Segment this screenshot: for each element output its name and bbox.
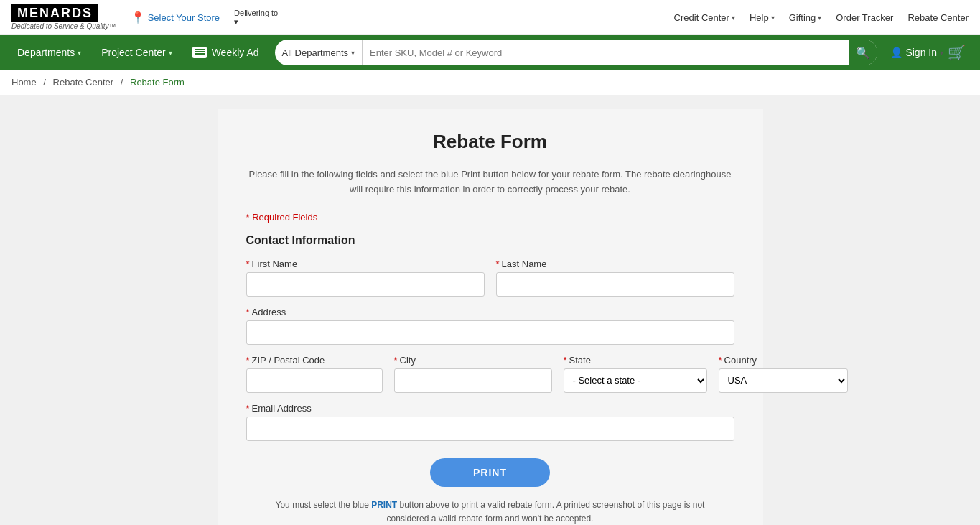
email-label: *Email Address xyxy=(246,403,734,414)
country-field: *Country USA xyxy=(719,355,848,393)
rebate-form-container: Rebate Form Please fill in the following… xyxy=(218,109,763,525)
state-field: *State - Select a state - xyxy=(564,355,707,393)
required-asterisk: * xyxy=(719,355,722,366)
weekly-ad-icon xyxy=(192,47,207,58)
pin-icon: 📍 xyxy=(131,11,145,24)
section-title: Contact Information xyxy=(246,234,734,247)
state-select[interactable]: - Select a state - xyxy=(564,368,707,393)
zip-input[interactable] xyxy=(246,368,383,393)
top-bar-right: Credit Center ▾ Help ▾ Gifting ▾ Order T… xyxy=(674,12,969,23)
form-description: Please fill in the following fields and … xyxy=(246,167,734,198)
last-name-field: *Last Name xyxy=(496,259,734,297)
nav-right: 👤 Sign In ▾ 🛒 xyxy=(883,44,973,61)
rebate-center-link[interactable]: Rebate Center xyxy=(907,12,969,23)
required-note: * Required Fields xyxy=(246,212,734,223)
project-center-label: Project Center xyxy=(101,47,165,58)
city-label: *City xyxy=(394,355,552,366)
required-asterisk: * xyxy=(394,355,398,366)
address-label: *Address xyxy=(246,307,734,317)
weekly-ad-nav[interactable]: Weekly Ad xyxy=(182,35,269,70)
state-label: *State xyxy=(564,355,707,366)
name-row: *First Name *Last Name xyxy=(246,259,734,297)
store-selector-label: Select Your Store xyxy=(148,12,220,23)
form-title: Rebate Form xyxy=(246,131,734,153)
required-asterisk: * xyxy=(564,355,567,366)
chevron-icon: ▾ xyxy=(351,49,355,57)
city-field: *City xyxy=(394,355,552,393)
search-icon: 🔍 xyxy=(856,46,870,60)
top-bar-left: MENARDS Dedicated to Service & Quality™ … xyxy=(11,4,278,30)
last-name-input[interactable] xyxy=(496,272,734,297)
breadcrumb-sep: / xyxy=(43,77,46,88)
cart-icon[interactable]: 🛒 xyxy=(948,44,966,61)
departments-nav[interactable]: Departments ▾ xyxy=(7,35,91,70)
address-input[interactable] xyxy=(246,320,734,345)
breadcrumb-current: Rebate Form xyxy=(130,77,185,88)
email-input[interactable] xyxy=(246,417,734,441)
print-note-text-1: You must select the blue PRINT button ab… xyxy=(276,500,705,524)
print-button[interactable]: PRINT xyxy=(430,458,550,487)
store-selector[interactable]: 📍 Select Your Store xyxy=(131,11,220,24)
logo-subtitle: Dedicated to Service & Quality™ xyxy=(11,22,116,30)
first-name-field: *First Name xyxy=(246,259,485,297)
chevron-icon: ▾ xyxy=(78,49,81,57)
gifting-link[interactable]: Gifting ▾ xyxy=(789,12,822,23)
zip-label: *ZIP / Postal Code xyxy=(246,355,383,366)
chevron-icon: ▾ xyxy=(732,14,735,22)
order-tracker-link[interactable]: Order Tracker xyxy=(836,12,893,23)
weekly-ad-label: Weekly Ad xyxy=(212,47,259,58)
required-asterisk: * xyxy=(496,259,500,269)
chevron-icon: ▾ xyxy=(818,14,821,22)
required-asterisk: * xyxy=(246,355,250,366)
help-link[interactable]: Help ▾ xyxy=(750,12,775,23)
breadcrumb-home[interactable]: Home xyxy=(11,77,37,88)
last-name-label: *Last Name xyxy=(496,259,734,269)
search-department-selector[interactable]: All Departments ▾ xyxy=(275,40,363,65)
credit-center-link[interactable]: Credit Center ▾ xyxy=(674,12,735,23)
chevron-icon: ▾ xyxy=(169,49,172,57)
zip-field: *ZIP / Postal Code xyxy=(246,355,383,393)
email-row: *Email Address xyxy=(246,403,734,441)
first-name-input[interactable] xyxy=(246,272,485,297)
first-name-label: *First Name xyxy=(246,259,485,269)
sign-in-label: Sign In xyxy=(905,47,937,58)
email-field: *Email Address xyxy=(246,403,734,441)
project-center-nav[interactable]: Project Center ▾ xyxy=(91,35,182,70)
delivering-chevron: ▾ xyxy=(234,17,278,27)
city-input[interactable] xyxy=(394,368,552,393)
chevron-icon: ▾ xyxy=(771,14,775,22)
sign-in-button[interactable]: 👤 Sign In ▾ xyxy=(890,47,943,58)
delivering-to: Delivering to ▾ xyxy=(234,9,278,27)
location-row: *ZIP / Postal Code *City *State - Select… xyxy=(246,355,734,393)
country-select[interactable]: USA xyxy=(719,368,848,393)
country-label: *Country xyxy=(719,355,848,366)
departments-label: Departments xyxy=(17,47,75,58)
required-asterisk: * xyxy=(246,307,250,317)
delivering-label: Delivering to xyxy=(234,9,278,17)
user-icon: 👤 xyxy=(890,47,902,58)
address-field: *Address xyxy=(246,307,734,345)
required-asterisk: * xyxy=(246,259,250,269)
print-note: You must select the blue PRINT button ab… xyxy=(246,498,734,525)
address-row: *Address xyxy=(246,307,734,345)
search-button[interactable]: 🔍 xyxy=(849,40,877,65)
search-bar: All Departments ▾ 🔍 xyxy=(275,40,878,65)
top-bar: MENARDS Dedicated to Service & Quality™ … xyxy=(0,0,980,35)
required-asterisk: * xyxy=(246,403,250,414)
main-content: Rebate Form Please fill in the following… xyxy=(0,95,980,525)
print-highlight: PRINT xyxy=(371,500,397,510)
logo: MENARDS xyxy=(11,4,98,22)
main-nav: Departments ▾ Project Center ▾ Weekly Ad… xyxy=(0,35,980,70)
search-input[interactable] xyxy=(363,47,849,58)
breadcrumb: Home / Rebate Center / Rebate Form xyxy=(0,70,980,95)
breadcrumb-sep: / xyxy=(121,77,123,88)
search-dept-label: All Departments xyxy=(282,47,348,58)
breadcrumb-rebate-center[interactable]: Rebate Center xyxy=(53,77,114,88)
chevron-icon: ▾ xyxy=(940,49,943,57)
logo-area: MENARDS Dedicated to Service & Quality™ xyxy=(11,4,116,30)
